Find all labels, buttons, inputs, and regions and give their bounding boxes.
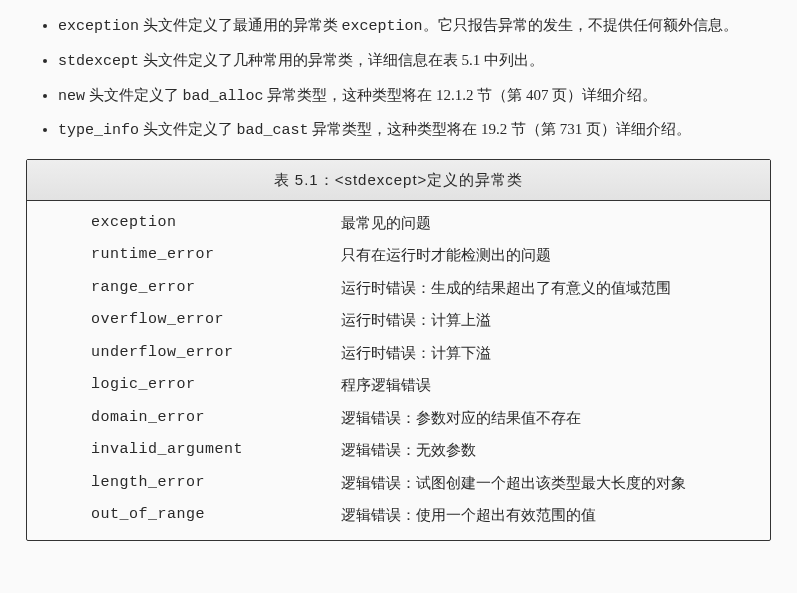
bullet-text: 异常类型，这种类型将在 19.2 节（第 731 页）详细介绍。 [309,121,692,137]
exception-desc: 运行时错误：计算下溢 [341,339,770,368]
exception-name: invalid_argument [27,436,341,465]
table-row: exception 最常见的问题 [27,207,770,240]
bullet-item: stdexcept 头文件定义了几种常用的异常类，详细信息在表 5.1 中列出。 [58,47,773,76]
table-body: exception 最常见的问题 runtime_error 只有在运行时才能检… [27,201,770,540]
exception-name: range_error [27,274,341,303]
exception-desc: 逻辑错误：使用一个超出有效范围的值 [341,501,770,530]
table-row: range_error 运行时错误：生成的结果超出了有意义的值域范围 [27,272,770,305]
bullet-item: exception 头文件定义了最通用的异常类 exception。它只报告异常… [58,12,773,41]
exception-name: out_of_range [27,501,341,530]
table-title: 表 5.1：<stdexcept>定义的异常类 [27,160,770,201]
table-row: runtime_error 只有在运行时才能检测出的问题 [27,239,770,272]
exception-desc: 运行时错误：计算上溢 [341,306,770,335]
exception-table: 表 5.1：<stdexcept>定义的异常类 exception 最常见的问题… [26,159,771,541]
exception-desc: 逻辑错误：试图创建一个超出该类型最大长度的对象 [341,469,770,498]
exception-name: length_error [27,469,341,498]
exception-name: overflow_error [27,306,341,335]
exception-name: domain_error [27,404,341,433]
exception-desc: 最常见的问题 [341,209,770,238]
bullet-list: exception 头文件定义了最通用的异常类 exception。它只报告异常… [24,12,773,145]
exception-name: underflow_error [27,339,341,368]
bullet-text: 头文件定义了最通用的异常类 [139,17,342,33]
exception-desc: 只有在运行时才能检测出的问题 [341,241,770,270]
exception-desc: 逻辑错误：参数对应的结果值不存在 [341,404,770,433]
table-row: overflow_error 运行时错误：计算上溢 [27,304,770,337]
table-row: invalid_argument 逻辑错误：无效参数 [27,434,770,467]
table-row: domain_error 逻辑错误：参数对应的结果值不存在 [27,402,770,435]
code-term: exception [342,18,423,35]
code-term: stdexcept [58,53,139,70]
bullet-text: 头文件定义了 [139,121,237,137]
bullet-text: 。它只报告异常的发生，不提供任何额外信息。 [423,17,738,33]
bullet-text: 头文件定义了 [85,87,183,103]
table-row: length_error 逻辑错误：试图创建一个超出该类型最大长度的对象 [27,467,770,500]
exception-desc: 程序逻辑错误 [341,371,770,400]
bullet-text: 头文件定义了几种常用的异常类，详细信息在表 5.1 中列出。 [139,52,544,68]
bullet-text: 异常类型，这种类型将在 12.1.2 节（第 407 页）详细介绍。 [264,87,658,103]
code-term: exception [58,18,139,35]
exception-desc: 运行时错误：生成的结果超出了有意义的值域范围 [341,274,770,303]
exception-name: runtime_error [27,241,341,270]
table-row: logic_error 程序逻辑错误 [27,369,770,402]
bullet-item: new 头文件定义了 bad_alloc 异常类型，这种类型将在 12.1.2 … [58,82,773,111]
code-term: bad_cast [237,122,309,139]
code-term: bad_alloc [183,88,264,105]
table-row: underflow_error 运行时错误：计算下溢 [27,337,770,370]
bullet-item: type_info 头文件定义了 bad_cast 异常类型，这种类型将在 19… [58,116,773,145]
exception-name: logic_error [27,371,341,400]
exception-desc: 逻辑错误：无效参数 [341,436,770,465]
exception-name: exception [27,209,341,238]
code-term: type_info [58,122,139,139]
code-term: new [58,88,85,105]
table-row: out_of_range 逻辑错误：使用一个超出有效范围的值 [27,499,770,532]
